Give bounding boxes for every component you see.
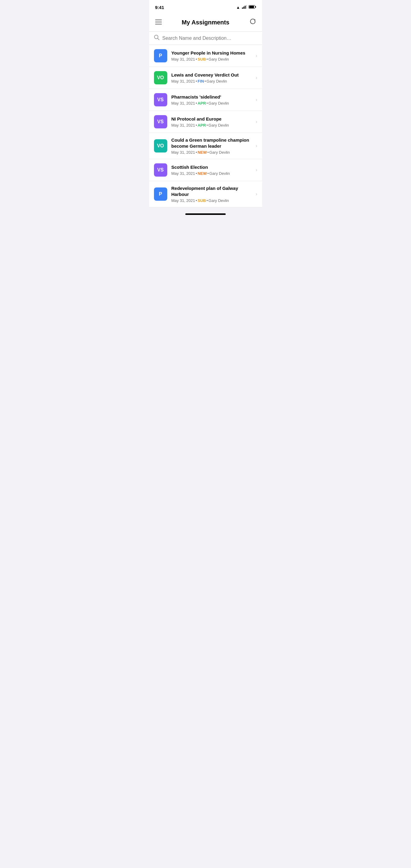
assignment-item[interactable]: P Younger People in Nursing Homes May 31…: [149, 45, 262, 67]
assignment-meta: May 31, 2021 • NEW • Gary Devlin: [171, 150, 253, 155]
separator: •: [195, 171, 197, 176]
assignment-meta: May 31, 2021 • SUB • Gary Devlin: [171, 57, 253, 61]
assignment-title: Redevelopment plan of Galway Harbour: [171, 185, 253, 197]
svg-line-11: [158, 38, 159, 40]
assignment-avatar: VS: [154, 115, 167, 128]
assignment-date: May 31, 2021: [171, 198, 195, 203]
battery-icon: [249, 5, 256, 10]
separator: •: [207, 101, 208, 105]
status-icons: ▲: [236, 5, 256, 10]
svg-rect-7: [155, 20, 162, 20]
assignment-meta: May 31, 2021 • APR • Gary Devlin: [171, 123, 253, 127]
assignment-content: Redevelopment plan of Galway Harbour May…: [171, 185, 253, 203]
menu-icon[interactable]: [154, 17, 163, 27]
assignment-tag: SUB: [198, 198, 206, 203]
assignment-avatar: VS: [154, 93, 167, 106]
assignment-item[interactable]: VS Scottish Election May 31, 2021 • NEW …: [149, 159, 262, 181]
assignment-date: May 31, 2021: [171, 79, 195, 84]
assignment-meta: May 31, 2021 • APR • Gary Devlin: [171, 101, 253, 105]
assignment-content: Younger People in Nursing Homes May 31, …: [171, 50, 253, 62]
assignment-meta: May 31, 2021 • FIN • Gary Devlin: [171, 79, 253, 84]
separator: •: [207, 198, 208, 203]
assignment-tag: APR: [198, 101, 206, 105]
assignment-item[interactable]: VS NI Protocol and Europe May 31, 2021 •…: [149, 111, 262, 133]
refresh-icon[interactable]: [248, 17, 257, 28]
separator: •: [195, 123, 197, 127]
chevron-right-icon: ›: [255, 53, 257, 59]
assignment-avatar: P: [154, 49, 167, 62]
separator: •: [207, 171, 209, 176]
assignment-assignee: Gary Devlin: [209, 57, 229, 61]
chevron-right-icon: ›: [255, 143, 257, 149]
assignment-title: Younger People in Nursing Homes: [171, 50, 253, 56]
assignment-title: Scottish Election: [171, 164, 253, 170]
separator: •: [195, 57, 197, 61]
separator: •: [207, 123, 208, 127]
separator: •: [195, 101, 197, 105]
svg-rect-3: [246, 5, 247, 9]
svg-rect-5: [249, 6, 254, 8]
assignment-content: NI Protocol and Europe May 31, 2021 • AP…: [171, 116, 253, 128]
chevron-right-icon: ›: [255, 191, 257, 197]
assignment-content: Lewis and Coveney Verdict Out May 31, 20…: [171, 72, 253, 84]
assignment-content: Pharmacists 'sidelined' May 31, 2021 • A…: [171, 94, 253, 106]
bottom-indicator: [149, 207, 262, 221]
signal-icon: [242, 5, 247, 10]
assignment-meta: May 31, 2021 • SUB • Gary Devlin: [171, 198, 253, 203]
separator: •: [195, 198, 197, 203]
home-indicator: [185, 213, 226, 215]
assignment-avatar: VO: [154, 139, 167, 153]
assignment-avatar: VO: [154, 71, 167, 84]
assignment-tag: SUB: [198, 57, 206, 61]
header: My Assignments: [149, 13, 262, 32]
assignment-list: P Younger People in Nursing Homes May 31…: [149, 45, 262, 207]
assignment-date: May 31, 2021: [171, 101, 195, 105]
separator: •: [195, 150, 197, 155]
assignment-assignee: Gary Devlin: [209, 123, 229, 127]
assignment-assignee: Gary Devlin: [207, 79, 227, 84]
assignment-title: Could a Green trampoline champion become…: [171, 137, 253, 149]
separator: •: [204, 79, 206, 84]
assignment-date: May 31, 2021: [171, 123, 195, 127]
assignment-item[interactable]: P Redevelopment plan of Galway Harbour M…: [149, 181, 262, 207]
assignment-assignee: Gary Devlin: [209, 198, 229, 203]
svg-rect-9: [155, 24, 162, 24]
assignment-tag: NEW: [198, 171, 207, 176]
assignment-meta: May 31, 2021 • NEW • Gary Devlin: [171, 171, 253, 176]
status-time: 9:41: [155, 5, 164, 10]
svg-rect-2: [245, 6, 246, 9]
assignment-title: NI Protocol and Europe: [171, 116, 253, 122]
status-bar: 9:41 ▲: [149, 0, 262, 13]
separator: •: [195, 79, 197, 84]
chevron-right-icon: ›: [255, 75, 257, 81]
svg-rect-0: [242, 7, 243, 9]
search-input[interactable]: [162, 36, 257, 41]
svg-rect-1: [243, 7, 244, 9]
assignment-assignee: Gary Devlin: [209, 101, 229, 105]
assignment-date: May 31, 2021: [171, 150, 195, 155]
chevron-right-icon: ›: [255, 167, 257, 173]
chevron-right-icon: ›: [255, 97, 257, 102]
assignment-title: Pharmacists 'sidelined': [171, 94, 253, 100]
search-bar: [149, 32, 262, 45]
assignment-tag: FIN: [198, 79, 204, 84]
assignment-tag: NEW: [198, 150, 207, 155]
assignment-content: Could a Green trampoline champion become…: [171, 137, 253, 155]
assignment-item[interactable]: VO Could a Green trampoline champion bec…: [149, 133, 262, 159]
assignment-assignee: Gary Devlin: [210, 171, 230, 176]
svg-rect-6: [255, 6, 256, 7]
assignment-title: Lewis and Coveney Verdict Out: [171, 72, 253, 78]
svg-rect-8: [155, 22, 162, 22]
assignment-item[interactable]: VS Pharmacists 'sidelined' May 31, 2021 …: [149, 89, 262, 111]
chevron-right-icon: ›: [255, 119, 257, 124]
assignment-content: Scottish Election May 31, 2021 • NEW • G…: [171, 164, 253, 176]
assignment-item[interactable]: VO Lewis and Coveney Verdict Out May 31,…: [149, 67, 262, 89]
assignment-avatar: VS: [154, 163, 167, 177]
assignment-tag: APR: [198, 123, 206, 127]
search-icon: [154, 35, 159, 41]
separator: •: [207, 57, 208, 61]
assignment-avatar: P: [154, 187, 167, 201]
page-title: My Assignments: [163, 19, 248, 26]
assignment-assignee: Gary Devlin: [210, 150, 230, 155]
separator: •: [207, 150, 209, 155]
